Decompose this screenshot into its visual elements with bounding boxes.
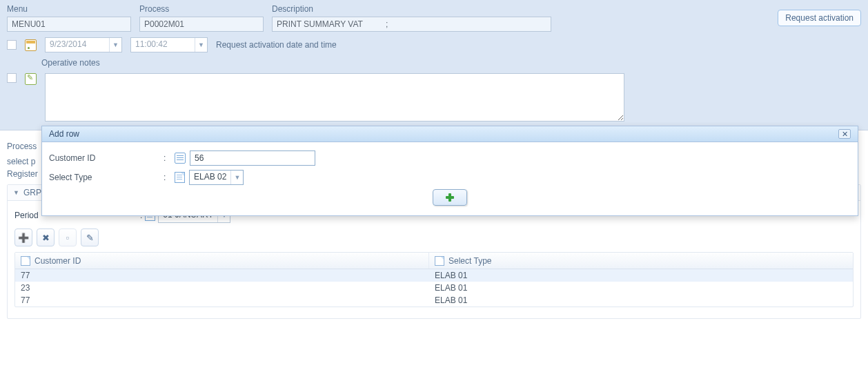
time-picker[interactable]: 11:00:42 ▼: [130, 37, 208, 52]
notes-icon[interactable]: [25, 73, 37, 85]
select-type-dropdown[interactable]: ELAB 02 ▼: [189, 170, 244, 185]
collapse-icon: ▼: [13, 189, 19, 196]
cell-customer-id: 77: [15, 271, 429, 280]
document-icon[interactable]: [175, 172, 185, 183]
delete-row-button[interactable]: ✖: [37, 229, 55, 246]
colon: :: [164, 173, 170, 182]
customer-id-label: Customer ID: [49, 153, 159, 163]
request-activation-button[interactable]: Request activation: [778, 10, 861, 26]
date-value: 9/23/2014: [46, 38, 109, 52]
calendar-icon[interactable]: [25, 39, 37, 51]
column-customer-id[interactable]: Customer ID: [34, 256, 81, 266]
column-icon: [435, 256, 444, 266]
chevron-down-icon[interactable]: ▼: [109, 38, 121, 52]
header-panel: Menu Process Description Request activat…: [0, 0, 868, 130]
modal-titlebar[interactable]: Add row ✕: [42, 126, 858, 142]
operative-notes-label: Operative notes: [41, 58, 100, 68]
table-row[interactable]: 77 ELAB 01: [15, 269, 853, 282]
description-input[interactable]: [272, 17, 551, 32]
operative-notes-textarea[interactable]: [45, 73, 624, 122]
confirm-add-button[interactable]: [433, 189, 467, 206]
menu-label: Menu: [7, 4, 131, 14]
cell-select-type: ELAB 01: [429, 295, 473, 305]
table-row[interactable]: 23 ELAB 01: [15, 282, 853, 294]
select-type-label: Select Type: [49, 173, 159, 182]
column-icon: [21, 256, 30, 266]
add-row-button[interactable]: ➕: [14, 229, 32, 246]
detail-grid: Customer ID Select Type 77 ELAB 01 23 EL…: [14, 252, 854, 307]
process-input[interactable]: [139, 17, 264, 32]
plus-icon: [446, 193, 454, 202]
cell-customer-id: 77: [15, 295, 429, 305]
cell-customer-id: 23: [15, 283, 429, 293]
edit-row-button[interactable]: ✎: [81, 229, 99, 246]
modal-title-text: Add row: [49, 129, 79, 139]
add-row-modal: Add row ✕ Customer ID : Select Type : EL…: [41, 126, 858, 216]
select-type-value: ELAB 02: [190, 171, 230, 184]
colon: :: [164, 153, 170, 163]
column-select-type[interactable]: Select Type: [448, 256, 491, 266]
time-value: 11:00:42: [131, 38, 195, 52]
request-datetime-label: Request activation date and time: [216, 40, 337, 50]
cell-select-type: ELAB 01: [429, 271, 473, 280]
date-picker[interactable]: 9/23/2014 ▼: [45, 37, 122, 52]
lookup-icon[interactable]: [175, 153, 186, 164]
notes-checkbox[interactable]: [7, 73, 17, 83]
close-icon[interactable]: ✕: [838, 129, 851, 139]
cell-select-type: ELAB 01: [429, 283, 473, 293]
tool-button-3[interactable]: ▫: [59, 229, 77, 246]
table-row[interactable]: 77 ELAB 01: [15, 294, 853, 307]
process-label: Process: [139, 4, 264, 14]
description-label: Description: [272, 4, 551, 14]
chevron-down-icon[interactable]: ▼: [230, 171, 243, 184]
chevron-down-icon[interactable]: ▼: [195, 38, 207, 52]
activation-checkbox[interactable]: [7, 40, 17, 50]
customer-id-input[interactable]: [190, 150, 315, 166]
menu-input[interactable]: [7, 17, 131, 32]
